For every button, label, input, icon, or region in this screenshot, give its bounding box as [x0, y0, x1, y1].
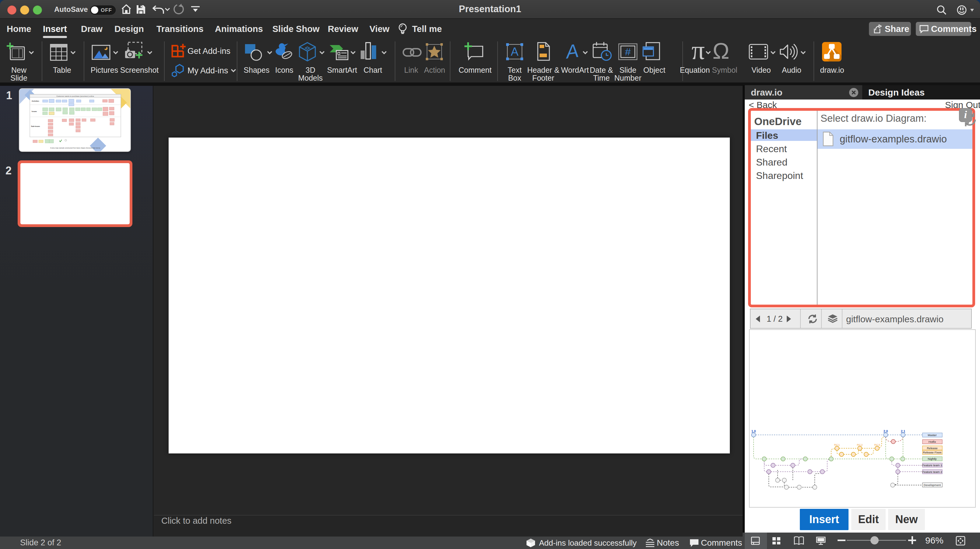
svg-text:A: A: [511, 45, 519, 58]
svg-text:1.0: 1.0: [751, 430, 756, 433]
svg-text:#: #: [625, 46, 631, 57]
svg-text:Development: Development: [924, 483, 941, 487]
svg-text:Sub-Issues: Sub-Issues: [31, 126, 40, 127]
svg-text:A: A: [563, 41, 580, 62]
svg-text:RC3: RC3: [874, 443, 880, 446]
svg-text:Feature team 2: Feature team 2: [922, 470, 942, 474]
svg-text:RC2: RC2: [857, 443, 862, 446]
svg-text:Issues: Issues: [32, 110, 37, 112]
svg-text:Release Fixes: Release Fixes: [923, 451, 942, 454]
svg-text:Release: Release: [927, 446, 937, 450]
svg-text:Customer wants to purchase (pr: Customer wants to purchase (provision) o…: [56, 95, 94, 97]
svg-text:Hotfix: Hotfix: [929, 440, 936, 443]
svg-text:Master: Master: [928, 433, 937, 437]
svg-text:Feature team 1: Feature team 1: [922, 463, 942, 467]
svg-text:2.1: 2.1: [901, 430, 905, 433]
svg-text:RC1: RC1: [834, 443, 840, 446]
svg-text:2.0: 2.0: [883, 430, 888, 433]
svg-text:Nightly: Nightly: [928, 457, 937, 460]
svg-text:A story map example constructe: A story map example constructed from bas…: [50, 147, 100, 149]
svg-text:Activities: Activities: [32, 100, 39, 102]
